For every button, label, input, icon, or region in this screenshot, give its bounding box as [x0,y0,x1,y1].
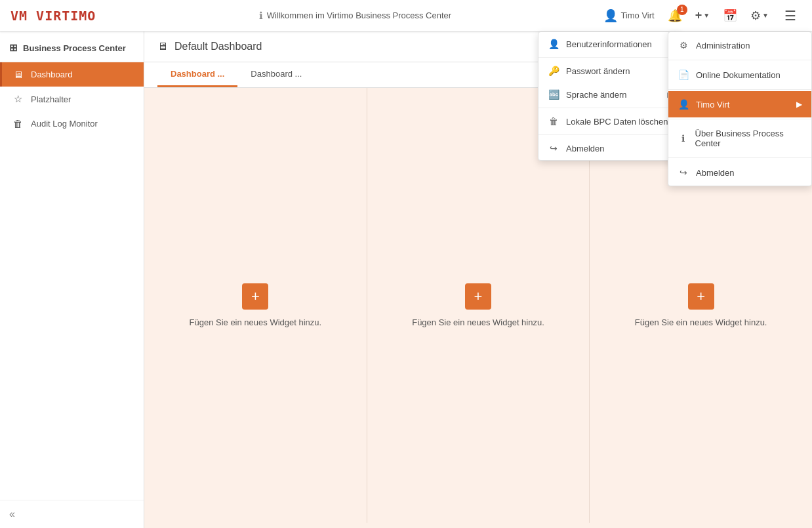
logout-icon-2: ↪ [678,167,689,178]
logo-text: VM VIRTIMO [10,8,96,24]
page-title: Default Dashboard [174,41,262,52]
ctx-change-language-label: Sprache ändern [566,90,627,100]
profile-docs-label: Online Dokumentation [696,70,781,80]
about-icon: ℹ [678,133,689,144]
notification-badge: 1 [677,5,687,15]
profile-item-logout[interactable]: ↪ Abmelden [668,159,811,186]
sidebar-item-label: Dashboard [31,70,73,79]
profile-user-chevron: ▶ [796,100,802,109]
ctx-user-info[interactable]: 👤 Benutzerinformationen [538,32,681,56]
ctx-change-password-label: Passwort ändern [566,66,630,76]
admin-icon: ⚙ [678,40,689,51]
tab-label: Dashboard ... [171,69,224,79]
sidebar-header-icon: ⊞ [9,42,18,54]
notification-btn[interactable]: 🔔 1 [665,6,685,26]
calendar-icon: 📅 [723,9,737,23]
add-icon-1: + [251,288,260,305]
profile-item-docs[interactable]: 📄 Online Dokumentation [668,62,811,88]
add-icon-3: + [697,288,705,305]
ctx-separator-2 [538,108,681,108]
profile-dropdown: ⚙ Administration 📄 Online Dokumentation … [668,31,812,186]
language-icon: 🔤 [548,89,559,100]
welcome-banner: ℹ Willkommen im Virtimo Business Process… [109,10,601,22]
logo[interactable]: VM VIRTIMO [10,8,96,24]
navbar: VM VIRTIMO ℹ Willkommen im Virtimo Busin… [0,0,812,31]
profile-item-about[interactable]: ℹ Über Business Process Center [668,121,811,156]
page-icon: 🖥 [157,41,168,52]
logout-icon-1: ↪ [548,143,559,153]
sidebar-item-audit[interactable]: 🗑 Audit Log Monitor [0,112,144,136]
profile-user-icon: 👤 [678,99,689,110]
sidebar: ⊞ Business Process Center 🖥 Dashboard ☆ … [0,31,144,528]
ctx-logout-label: Abmelden [566,144,605,153]
sidebar-header: ⊞ Business Process Center [0,31,144,62]
add-btn[interactable]: + ▼ [693,6,712,25]
sidebar-collapse-btn[interactable]: « [9,508,15,520]
user-info-icon: 👤 [548,39,559,49]
welcome-text: Willkommen im Virtimo Business Process C… [267,10,452,20]
profile-separator-1 [668,60,811,60]
profile-item-user[interactable]: 👤 Timo Virt ▶ [668,91,811,117]
profile-user-label: Timo Virt [696,100,729,110]
audit-icon: 🗑 [11,118,24,129]
add-widget-btn-2[interactable]: + [465,283,491,310]
user-name-label: Timo Virt [620,10,654,20]
navbar-actions: 👤 Timo Virt 🔔 1 + ▼ 📅 ⚙ ▼ ☰ [601,5,802,26]
ctx-separator-1 [538,57,681,58]
user-context-menu: 👤 Benutzerinformationen 🔑 Passwort änder… [538,31,682,161]
add-icon: + [695,9,702,22]
profile-about-label: Über Business Process Center [695,129,802,148]
settings-icon: ⚙ [750,9,761,23]
ctx-clear-local-data[interactable]: 🗑 Lokale BPC Daten löschen [538,110,681,133]
add-widget-text-2: Fügen Sie ein neues Widget hinzu. [412,317,544,327]
profile-item-admin[interactable]: ⚙ Administration [668,32,811,58]
tab-dashboard-1[interactable]: Dashboard ... [157,62,237,87]
profile-separator-2 [668,89,811,90]
sidebar-header-label: Business Process Center [23,43,126,53]
info-icon: ℹ [259,10,263,22]
calendar-btn[interactable]: 📅 [720,6,740,26]
docs-icon: 📄 [678,70,689,80]
platzhalter-icon: ☆ [11,93,24,105]
sidebar-item-platzhalter[interactable]: ☆ Platzhalter [0,87,144,112]
user-icon-btn[interactable]: 👤 Timo Virt [601,6,657,26]
dashboard-icon: 🖥 [11,69,24,80]
ctx-change-password[interactable]: 🔑 Passwort ändern [538,59,681,83]
sidebar-footer: « [0,500,144,528]
ctx-change-language[interactable]: 🔤 Sprache ändern ▶ [538,83,681,106]
add-widget-btn-1[interactable]: + [242,283,268,310]
tab-dashboard-2[interactable]: Dashboard ... [237,62,315,87]
profile-separator-4 [668,157,811,158]
ctx-separator-3 [538,134,681,135]
trash-icon: 🗑 [548,116,559,127]
ctx-logout-1[interactable]: ↪ Abmelden [538,136,681,160]
add-widget-text-3: Fügen Sie ein neues Widget hinzu. [635,317,767,327]
profile-admin-label: Administration [696,41,750,51]
settings-btn[interactable]: ⚙ ▼ [748,6,771,26]
add-widget-btn-3[interactable]: + [688,283,714,310]
profile-separator-3 [668,119,811,119]
tab-label: Dashboard ... [251,69,302,79]
hamburger-icon: ☰ [784,9,796,23]
ctx-language-wrap: 🔤 Sprache ändern [548,89,627,100]
hamburger-btn[interactable]: ☰ [779,5,802,26]
ctx-clear-local-data-label: Lokale BPC Daten löschen [566,117,668,127]
key-icon: 🔑 [548,66,559,76]
ctx-user-info-label: Benutzerinformationen [566,39,652,49]
settings-chevron-icon: ▼ [762,12,769,19]
sidebar-item-dashboard[interactable]: 🖥 Dashboard [0,62,144,87]
collapse-icon: « [9,508,15,520]
add-icon-2: + [474,288,483,305]
widget-col-1: + Fügen Sie ein neues Widget hinzu. [144,88,367,523]
add-widget-text-1: Fügen Sie ein neues Widget hinzu. [190,317,322,327]
add-chevron-icon: ▼ [703,12,710,19]
sidebar-item-label: Audit Log Monitor [31,119,98,129]
user-icon: 👤 [603,9,618,23]
profile-logout-label: Abmelden [696,168,735,178]
sidebar-item-label: Platzhalter [31,94,71,104]
